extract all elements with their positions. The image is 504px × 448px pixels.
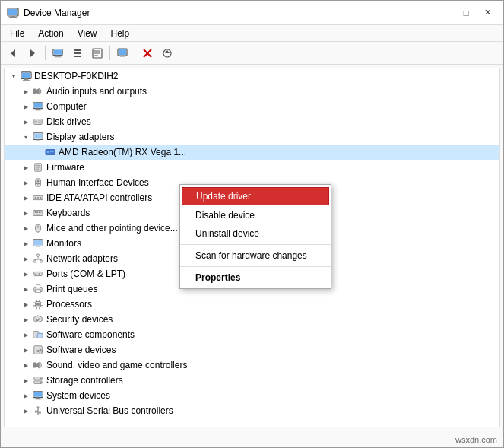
ctx-disable-device[interactable]: Disable device	[180, 206, 331, 224]
menu-help[interactable]: Help	[105, 27, 136, 40]
svg-point-101	[40, 382, 42, 383]
tree-item-usb[interactable]: ▶ Universal Serial Bus controllers	[5, 403, 499, 418]
computer-device-icon	[32, 100, 44, 113]
tree-item-disk[interactable]: ▶ Disk drives	[5, 114, 499, 129]
ide-icon	[32, 192, 44, 204]
svg-rect-31	[34, 103, 43, 108]
display-icon	[32, 131, 44, 143]
toolbar-list[interactable]	[68, 45, 87, 62]
display-expander[interactable]: ▾	[20, 131, 32, 143]
svg-point-50	[37, 180, 40, 183]
audio-expander[interactable]: ▶	[20, 85, 32, 97]
svg-point-70	[36, 254, 40, 257]
tree-item-firmware[interactable]: ▶ Firmware	[5, 160, 499, 175]
print-expander[interactable]: ▶	[20, 283, 32, 295]
software-comp-icon	[32, 329, 44, 341]
svg-rect-62	[41, 211, 42, 213]
storage-expander[interactable]: ▶	[20, 374, 32, 386]
tree-item-storage[interactable]: ▶ Storage controllers	[5, 373, 499, 388]
device-tree[interactable]: ▾ DESKTOP-F0KDIH2 ▶	[4, 68, 500, 427]
svg-rect-37	[38, 122, 41, 123]
network-expander[interactable]: ▶	[20, 253, 32, 265]
ctx-scan-hardware[interactable]: Scan for hardware changes	[180, 246, 331, 265]
toolbar-update[interactable]	[158, 45, 176, 62]
usb-expander[interactable]: ▶	[20, 405, 32, 417]
svg-rect-44	[52, 151, 54, 152]
tree-item-amd-gpu[interactable]: ▶ AMD Radeon(TM) RX Vega 1...	[5, 145, 499, 160]
monitors-label: Monitors	[46, 238, 81, 249]
ctx-update-driver[interactable]: Update driver	[182, 187, 329, 205]
mice-label: Mice and other pointing device...	[46, 223, 178, 234]
toolbar-forward[interactable]	[24, 45, 42, 62]
title-bar-left: Device Manager	[7, 7, 90, 19]
network-label: Network adapters	[46, 253, 118, 264]
toolbar-delete[interactable]	[138, 45, 157, 62]
mice-expander[interactable]: ▶	[20, 222, 32, 234]
tree-item-processors[interactable]: ▶ Processors	[5, 297, 499, 312]
disk-expander[interactable]: ▶	[20, 116, 32, 128]
app-icon	[7, 7, 19, 19]
tree-item-system[interactable]: ▶ System devices	[5, 388, 499, 403]
display-label: Display adapters	[46, 132, 114, 142]
svg-rect-12	[74, 56, 81, 57]
svg-rect-60	[36, 211, 38, 213]
sound-label: Sound, video and game controllers	[46, 360, 187, 370]
close-button[interactable]: ✕	[477, 5, 497, 21]
audio-icon	[32, 85, 44, 97]
hid-expander[interactable]: ▶	[20, 176, 32, 189]
keyboards-expander[interactable]: ▶	[20, 207, 32, 219]
menu-action[interactable]: Action	[32, 27, 69, 40]
software-dev-expander[interactable]: ▶	[20, 344, 32, 356]
menu-file[interactable]: File	[4, 27, 30, 40]
svg-rect-103	[34, 392, 43, 397]
ctx-uninstall-device[interactable]: Uninstall device	[180, 224, 331, 243]
tree-item-display[interactable]: ▾ Display adapters	[5, 129, 499, 145]
svg-rect-39	[34, 134, 43, 139]
tree-item-computer[interactable]: ▶ Computer	[5, 99, 499, 114]
keyboards-label: Keyboards	[46, 208, 90, 218]
system-expander[interactable]: ▶	[20, 389, 32, 402]
ctx-sep-2	[180, 266, 331, 267]
toolbar-properties[interactable]	[88, 45, 106, 62]
tree-item-software-dev[interactable]: ▶ </> Software devices	[5, 342, 499, 357]
monitors-expander[interactable]: ▶	[20, 237, 32, 249]
software-comp-expander[interactable]: ▶	[20, 329, 32, 341]
ide-expander[interactable]: ▶	[20, 192, 32, 204]
tree-item-audio[interactable]: ▶ Audio inputs and outputs	[5, 84, 499, 99]
menu-view[interactable]: View	[71, 27, 103, 40]
ctx-properties[interactable]: Properties	[180, 268, 331, 287]
maximize-button[interactable]: □	[456, 5, 476, 21]
hid-icon	[32, 176, 44, 189]
svg-rect-63	[36, 214, 41, 214]
tree-root[interactable]: ▾ DESKTOP-F0KDIH2	[5, 68, 499, 84]
minimize-button[interactable]: —	[435, 5, 455, 21]
tree-item-sound[interactable]: ▶ Sound, video and game controllers	[5, 357, 499, 373]
security-expander[interactable]: ▶	[20, 313, 32, 326]
device-manager-window: Device Manager — □ ✕ File Action View He…	[0, 0, 504, 448]
window-title: Device Manager	[24, 8, 90, 18]
svg-rect-33	[35, 110, 42, 110]
toolbar-scan[interactable]	[113, 45, 132, 62]
tree-item-software-comp[interactable]: ▶ Software components	[5, 327, 499, 342]
svg-rect-93	[37, 333, 43, 338]
processors-expander[interactable]: ▶	[20, 298, 32, 310]
svg-text:</>: </>	[36, 348, 43, 354]
tree-item-security[interactable]: ▶ Security devices	[5, 312, 499, 327]
computer-expander[interactable]: ▶	[20, 100, 32, 113]
system-label: System devices	[46, 390, 110, 401]
svg-point-35	[35, 120, 38, 123]
sound-expander[interactable]: ▶	[20, 359, 32, 371]
root-expander[interactable]: ▾	[8, 70, 20, 82]
title-bar: Device Manager — □ ✕	[1, 1, 503, 25]
ports-expander[interactable]: ▶	[20, 268, 32, 280]
svg-rect-76	[34, 272, 43, 275]
toolbar-back[interactable]	[4, 45, 22, 62]
toolbar-sep-1	[45, 46, 46, 60]
svg-point-71	[33, 260, 36, 263]
toolbar-computer[interactable]	[49, 45, 67, 62]
security-label: Security devices	[46, 314, 113, 325]
svg-rect-11	[74, 52, 81, 54]
mouse-icon	[32, 222, 44, 234]
firmware-expander[interactable]: ▶	[20, 161, 32, 173]
svg-rect-25	[21, 72, 30, 78]
